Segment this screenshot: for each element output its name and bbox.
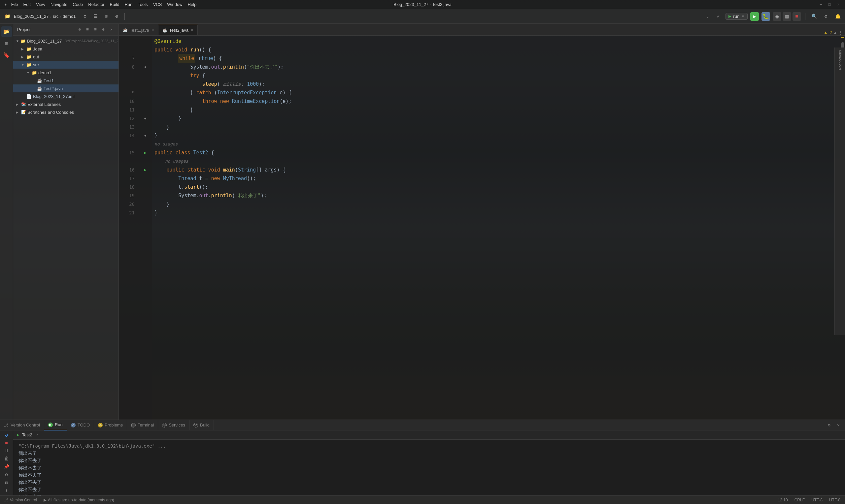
menu-build[interactable]: Build: [110, 2, 119, 7]
demo1-folder-icon: 📁: [32, 70, 37, 75]
sidebar-settings[interactable]: ⚙: [76, 26, 83, 33]
debug-button[interactable]: 🐛: [761, 12, 770, 21]
menu-edit[interactable]: Edit: [23, 2, 31, 7]
bottom-tab-vcs[interactable]: ⎇ Version Control: [0, 420, 44, 430]
breadcrumb-sep2: ›: [60, 14, 61, 19]
bottom-tab-todo[interactable]: ✓ TODO: [67, 420, 94, 430]
status-indent[interactable]: UTF-8: [827, 498, 842, 502]
main-area: 📂 ⊞ 🔖 Project ⚙ ⊞ ⊟ ⚙ ✕ ▼ 📁: [0, 24, 845, 419]
run-output: "C:\Program Files\Java\jdk1.8.0_192\bin\…: [13, 440, 845, 496]
breadcrumb-demo1[interactable]: demo1: [63, 14, 76, 19]
menu-help[interactable]: Help: [188, 2, 197, 7]
tree-src[interactable]: ▼ 📁 src: [13, 61, 119, 69]
sidebar-close[interactable]: ✕: [108, 26, 115, 33]
run-rerun-icon[interactable]: ↺: [2, 432, 11, 438]
bottom-tab-run[interactable]: ▶ Run: [44, 420, 67, 430]
run-button[interactable]: ▶: [750, 12, 759, 21]
breadcrumb-src[interactable]: src: [53, 14, 58, 19]
vcs-update-icon[interactable]: ↓: [703, 12, 712, 21]
tree-project-root[interactable]: ▼ 📁 Blog_2023_11_27 D:\Project\JAVA\Blog…: [13, 37, 119, 45]
status-run-label: All files are up-to-date (moments ago): [48, 498, 114, 502]
run-settings-icon[interactable]: ⚙: [2, 472, 11, 478]
tree-iml[interactable]: ▶ 📄 Blog_2023_11_27.iml: [13, 92, 119, 100]
search-icon[interactable]: 🔍: [809, 12, 818, 21]
close-button[interactable]: ✕: [835, 2, 841, 7]
menu-code[interactable]: Code: [73, 2, 83, 7]
out-arrow: ▶: [21, 55, 25, 59]
code-content[interactable]: @Override public void run() { while (tru…: [152, 36, 840, 419]
menu-window[interactable]: Window: [167, 2, 182, 7]
run-fold-icon[interactable]: ⊟: [2, 480, 11, 486]
tree-external-libs[interactable]: ▶ 📚 External Libraries: [13, 100, 119, 108]
status-crlf[interactable]: CRLF: [793, 498, 807, 502]
tree-demo1[interactable]: ▼ 📁 demo1: [13, 69, 119, 76]
settings-icon[interactable]: ⚙: [80, 12, 89, 21]
menu-view[interactable]: View: [36, 2, 45, 7]
run-stop-icon[interactable]: ■: [2, 440, 11, 446]
coverage-button[interactable]: ▦: [782, 12, 791, 21]
run-pin-icon[interactable]: 📌: [2, 464, 11, 470]
tree-test2[interactable]: ▶ ☕ Test2.java: [13, 85, 119, 92]
project-icon[interactable]: 📁: [3, 12, 12, 21]
tab-test1[interactable]: ☕ Test1.java ✕: [119, 25, 158, 35]
run-output-3: 你出不去了: [18, 471, 840, 479]
menu-run[interactable]: Run: [124, 2, 133, 7]
bottom-tab-terminal[interactable]: ⬛ Terminal: [127, 420, 158, 430]
status-charset[interactable]: UTF-8: [809, 498, 825, 502]
run-config-arrow: ▼: [741, 15, 745, 18]
toolbar-right: ↓ ✓ ▶ run ▼ ▶ 🐛 ◉ ▦ ■ 🔍 ⚙ 🔔: [703, 12, 842, 21]
run-scroll-icon[interactable]: ⬇: [2, 487, 11, 494]
tab-test2-icon: ☕: [162, 28, 168, 33]
breadcrumb-project[interactable]: Blog_2023_11_27: [14, 14, 49, 19]
notifications-icon[interactable]: 🔔: [833, 12, 842, 21]
notifications-label[interactable]: Notifications: [838, 48, 842, 73]
code-line-println1: System.out.println("你出不去了");: [155, 63, 835, 71]
vcs-tab-icon: ⎇: [4, 423, 8, 428]
menu-navigate[interactable]: Navigate: [51, 2, 67, 7]
run-suspend-icon[interactable]: ⏸: [2, 448, 11, 454]
bottom-tab-services[interactable]: ◎ Services: [158, 420, 190, 430]
menu-tools[interactable]: Tools: [138, 2, 147, 7]
bookmarks-icon[interactable]: 🔖: [1, 50, 12, 61]
minimize-button[interactable]: ─: [818, 2, 824, 7]
vcs-commit-icon[interactable]: ✓: [714, 12, 723, 21]
structure-icon[interactable]: ⊞: [1, 38, 12, 49]
code-editor[interactable]: 7 8 9 10 11 12 13 14 15 16 17 18 19: [119, 36, 845, 419]
maximize-button[interactable]: □: [827, 2, 832, 7]
list-icon[interactable]: ☰: [91, 12, 100, 21]
code-line-close2: }: [155, 114, 835, 123]
run-config-dropdown[interactable]: ▶ run ▼: [725, 13, 747, 20]
status-position[interactable]: 12:10: [776, 498, 790, 502]
tree-out[interactable]: ▶ 📁 out: [13, 53, 119, 61]
terminal-tab-label: Terminal: [138, 422, 154, 428]
menu-file[interactable]: File: [11, 2, 18, 7]
run-clear-icon[interactable]: 🗑: [2, 455, 11, 462]
tab-toolbar: ▲ 2 ▲ ⋮: [824, 30, 845, 35]
stop-button[interactable]: ■: [793, 12, 801, 21]
project-panel-icon[interactable]: 📂: [1, 26, 12, 37]
status-run-info[interactable]: ▶ All files are up-to-date (moments ago): [42, 496, 116, 504]
split-icon[interactable]: ⊞: [101, 12, 110, 21]
tree-idea[interactable]: ▶ 📁 .idea: [13, 45, 119, 53]
menu-vcs[interactable]: VCS: [153, 2, 162, 7]
toolbar-sep2: [805, 13, 805, 20]
tab-menu-icon[interactable]: ⋮: [839, 30, 842, 35]
profile-button[interactable]: ◉: [773, 12, 781, 21]
bottom-settings-icon[interactable]: ⚙: [825, 421, 833, 429]
tab-expand-icon[interactable]: ▲: [834, 31, 837, 35]
sidebar-expand[interactable]: ⊞: [84, 26, 91, 33]
bottom-tab-problems[interactable]: ⚠ Problems: [94, 420, 127, 430]
bottom-close-icon[interactable]: ✕: [834, 421, 842, 429]
status-vcs[interactable]: ⎇ Version Control: [3, 496, 38, 504]
sidebar-collapse[interactable]: ⊟: [92, 26, 99, 33]
config-icon[interactable]: ⚙: [112, 12, 121, 21]
sidebar-gear[interactable]: ⚙: [100, 26, 107, 33]
tree-test1[interactable]: ▶ ☕ Test1: [13, 76, 119, 85]
tree-scratches[interactable]: ▶ 📝 Scratches and Consoles: [13, 108, 119, 116]
tab-test2[interactable]: ☕ Test2.java ✕: [158, 25, 198, 35]
bottom-tab-build[interactable]: ⚒ Build: [190, 420, 214, 430]
tab-test2-close[interactable]: ✕: [191, 28, 193, 32]
menu-refactor[interactable]: Refactor: [88, 2, 104, 7]
settings-main-icon[interactable]: ⚙: [821, 12, 830, 21]
tab-test1-close[interactable]: ✕: [151, 28, 154, 32]
